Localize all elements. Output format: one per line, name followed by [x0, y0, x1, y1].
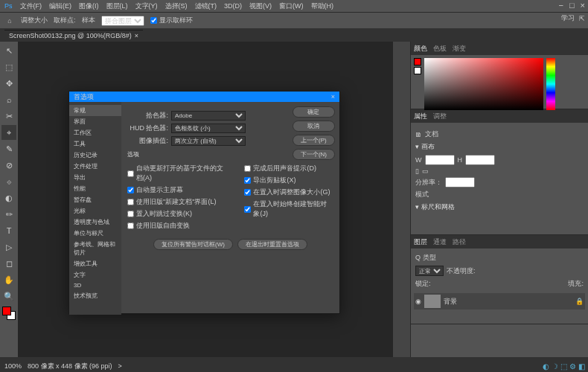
- layer-thumbnail[interactable]: [424, 295, 441, 308]
- tab-gradients[interactable]: 渐变: [453, 44, 466, 54]
- tray-icon-3[interactable]: ⬚: [560, 362, 567, 371]
- hand-tool[interactable]: ✋: [1, 272, 16, 287]
- pref-3d[interactable]: 3D: [69, 280, 121, 290]
- pref-filehandling[interactable]: 文件处理: [69, 161, 121, 172]
- tray-icon-5[interactable]: ◧: [578, 362, 585, 371]
- zoom-level[interactable]: 100%: [4, 362, 22, 370]
- status-arrow[interactable]: >: [118, 362, 122, 370]
- fg-swatch[interactable]: [414, 58, 421, 65]
- pref-tools[interactable]: 工具: [69, 138, 121, 150]
- reset-on-quit-button[interactable]: 在退出时重置首选项: [237, 239, 307, 250]
- pref-plugins[interactable]: 增效工具: [69, 258, 121, 269]
- picker-select[interactable]: Adobe: [171, 111, 246, 121]
- dodge-tool[interactable]: ◐: [1, 190, 16, 205]
- shape-tool[interactable]: ◻: [1, 256, 16, 271]
- chk-legacy-free[interactable]: [127, 222, 134, 229]
- layer-name[interactable]: 背景: [444, 297, 457, 307]
- path-tool[interactable]: ▷: [1, 240, 16, 254]
- type-tool[interactable]: T: [1, 223, 16, 238]
- menu-3d[interactable]: 3D(D): [224, 2, 242, 10]
- tab-channels[interactable]: 通道: [433, 237, 447, 247]
- close-button[interactable]: ×: [581, 1, 585, 10]
- pref-performance[interactable]: 性能: [69, 183, 121, 194]
- bg-swatch[interactable]: [414, 67, 421, 74]
- ruler-heading[interactable]: ▾ 标尺和网格: [415, 202, 584, 212]
- stamp-tool[interactable]: ⊘: [1, 158, 16, 173]
- menu-filter[interactable]: 滤镜(T): [195, 1, 217, 11]
- options-sample-value[interactable]: 样本: [82, 16, 95, 25]
- reset-warnings-button[interactable]: 复位所有警告对话框(W): [153, 239, 233, 250]
- home-icon[interactable]: ⌂: [4, 16, 15, 26]
- pref-type[interactable]: 文字: [69, 269, 121, 280]
- tab-layers[interactable]: 图层: [414, 237, 427, 247]
- menu-view[interactable]: 视图(V): [249, 1, 272, 11]
- blend-mode-select[interactable]: 正常: [415, 266, 444, 276]
- fg-color[interactable]: [2, 307, 11, 315]
- prev-button[interactable]: 上一个(P): [293, 135, 335, 146]
- dialog-close-button[interactable]: ×: [331, 93, 335, 100]
- chk-legacy-new[interactable]: [127, 199, 134, 205]
- next-button[interactable]: 下一个(N): [293, 149, 335, 160]
- chk-export-clipboard[interactable]: [244, 177, 251, 184]
- tab-properties[interactable]: 属性: [414, 112, 427, 121]
- pref-general[interactable]: 常规: [69, 105, 121, 116]
- tray-icon-4[interactable]: ⚙: [569, 362, 576, 371]
- tray-icon-1[interactable]: ◐: [543, 362, 549, 371]
- interp-select[interactable]: 两次立方 (自动): [171, 136, 246, 146]
- chk-beep[interactable]: [244, 165, 251, 172]
- width-input[interactable]: [425, 155, 455, 165]
- pen-tool[interactable]: ✏: [1, 207, 16, 222]
- tab-adjustments[interactable]: 调整: [433, 112, 447, 121]
- document-tab-close[interactable]: ×: [135, 32, 138, 39]
- menu-window[interactable]: 窗口(W): [279, 1, 304, 11]
- tab-swatches[interactable]: 色板: [433, 44, 447, 54]
- menu-edit[interactable]: 编辑(E): [49, 1, 71, 11]
- tab-paths[interactable]: 路径: [453, 237, 466, 247]
- lasso-tool[interactable]: ✥: [1, 76, 16, 91]
- document-tab[interactable]: ScreenShot00132.png @ 100%(RGB/8#) ×: [4, 30, 143, 41]
- pref-transparency[interactable]: 透明度与色域: [69, 217, 121, 228]
- layer-row[interactable]: ◉ 背景 🔒: [414, 293, 585, 310]
- height-input[interactable]: [465, 155, 495, 165]
- brush-tool[interactable]: ✎: [1, 141, 16, 156]
- color-swatch[interactable]: [2, 307, 16, 320]
- cancel-button[interactable]: 取消: [293, 121, 335, 132]
- visibility-icon[interactable]: ◉: [415, 298, 421, 305]
- menu-image[interactable]: 图像(I): [79, 1, 99, 11]
- orient-landscape-icon[interactable]: ▭: [422, 167, 429, 175]
- hud-select[interactable]: 色相条纹 (小): [171, 124, 246, 133]
- tab-color[interactable]: 颜色: [414, 44, 427, 54]
- chk-skip-transform[interactable]: [127, 211, 134, 217]
- orient-portrait-icon[interactable]: ▯: [415, 167, 419, 175]
- menu-select[interactable]: 选择(S): [165, 1, 188, 11]
- pref-techpreview[interactable]: 技术预览: [69, 290, 121, 301]
- menu-file[interactable]: 文件(F): [20, 1, 42, 11]
- crop-tool[interactable]: ✂: [1, 109, 16, 124]
- menu-layer[interactable]: 图层(L): [106, 1, 128, 11]
- chk-resize-place[interactable]: [244, 189, 251, 196]
- learn-tab[interactable]: 学习: [561, 13, 575, 23]
- ok-button[interactable]: 确定: [293, 106, 335, 118]
- chk-smart-object[interactable]: [244, 206, 251, 213]
- tray-icon-2[interactable]: ☽: [552, 362, 558, 371]
- gradient-tool[interactable]: ⟐: [1, 174, 16, 189]
- dialog-titlebar[interactable]: 首选项 ×: [69, 92, 339, 102]
- move-tool[interactable]: ↖: [1, 43, 16, 58]
- pref-guides[interactable]: 参考线、网格和切片: [69, 239, 121, 258]
- maximize-button[interactable]: □: [569, 1, 575, 10]
- pref-export[interactable]: 导出: [69, 172, 121, 183]
- hue-slider[interactable]: [546, 58, 555, 110]
- share-icon[interactable]: ⇱: [579, 15, 585, 22]
- minimize-button[interactable]: −: [558, 1, 563, 10]
- options-dropdown[interactable]: 拼合图层: [101, 16, 144, 26]
- eyedropper-tool[interactable]: ⌖: [1, 125, 16, 140]
- pref-scratch[interactable]: 暂存盘: [69, 194, 121, 205]
- show-sample-ring-checkbox[interactable]: [150, 17, 157, 24]
- menu-type[interactable]: 文字(Y): [135, 1, 158, 11]
- pref-workspace[interactable]: 工作区: [69, 127, 121, 138]
- marquee-tool[interactable]: ⬚: [1, 60, 16, 74]
- color-field[interactable]: [424, 58, 543, 110]
- pref-cursors[interactable]: 光标: [69, 205, 121, 217]
- collapsed-panel-strip[interactable]: [393, 42, 411, 357]
- res-input[interactable]: [445, 177, 475, 187]
